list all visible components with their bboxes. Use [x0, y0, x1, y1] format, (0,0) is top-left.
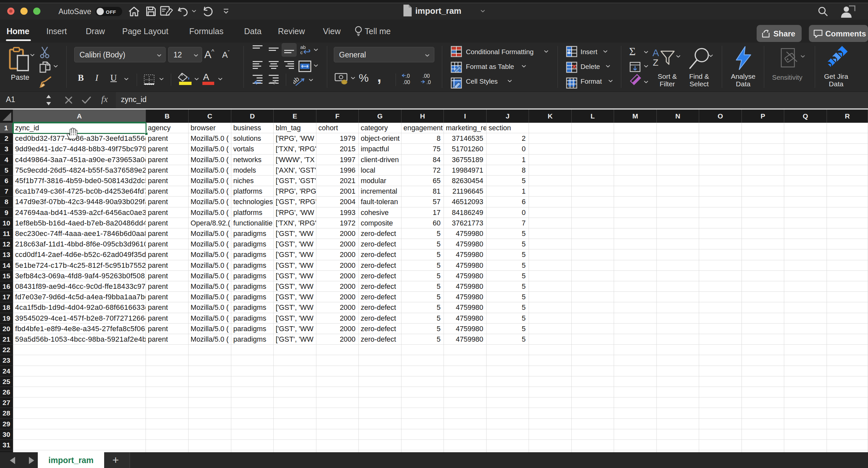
svg-text:c: c: [300, 49, 303, 55]
svg-text:.00: .00: [403, 79, 410, 85]
svg-text:ab: ab: [300, 45, 306, 50]
svg-text:.00: .00: [423, 73, 430, 79]
svg-text:.0: .0: [405, 73, 410, 79]
svg-text:Z: Z: [653, 58, 658, 66]
svg-text:ab: ab: [293, 75, 301, 85]
svg-text:.0: .0: [427, 79, 431, 85]
svg-text:A: A: [652, 47, 659, 58]
